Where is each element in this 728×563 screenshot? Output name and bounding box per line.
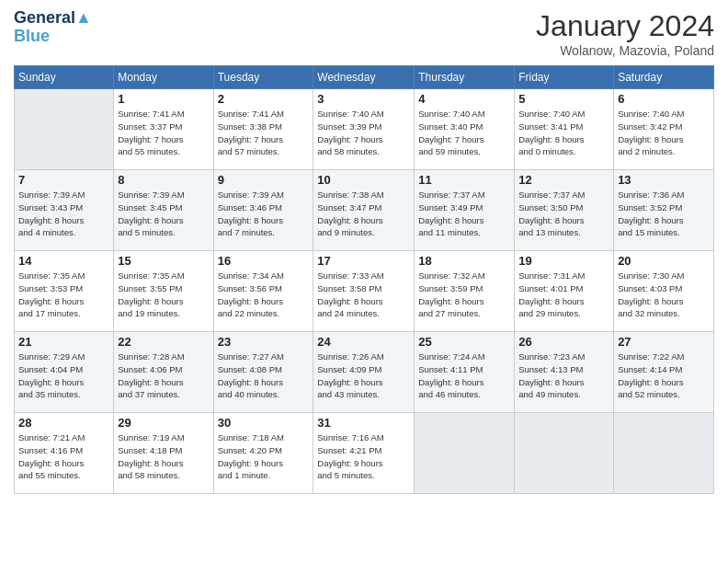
day-info: Sunrise: 7:39 AMSunset: 3:43 PMDaylight:… <box>18 189 109 239</box>
calendar-cell: 1Sunrise: 7:41 AMSunset: 3:37 PMDaylight… <box>114 89 213 170</box>
day-number: 26 <box>518 335 609 349</box>
logo-blue: Blue <box>14 28 92 44</box>
calendar-cell: 25Sunrise: 7:24 AMSunset: 4:11 PMDayligh… <box>415 332 515 413</box>
day-info: Sunrise: 7:22 AMSunset: 4:14 PMDaylight:… <box>618 350 710 401</box>
calendar-cell: 11Sunrise: 7:37 AMSunset: 3:49 PMDayligh… <box>415 170 515 251</box>
day-number: 2 <box>218 92 310 106</box>
day-number: 12 <box>518 173 609 187</box>
day-number: 18 <box>418 254 510 268</box>
day-header-tuesday: Tuesday <box>213 66 313 89</box>
calendar-cell: 31Sunrise: 7:16 AMSunset: 4:21 PMDayligh… <box>313 413 415 494</box>
day-info: Sunrise: 7:23 AMSunset: 4:13 PMDaylight:… <box>518 350 609 401</box>
month-title: January 2024 <box>536 9 714 43</box>
day-number: 9 <box>218 173 310 187</box>
title-section: January 2024 Wolanow, Mazovia, Poland <box>536 9 714 58</box>
day-number: 17 <box>317 254 410 268</box>
calendar-cell: 12Sunrise: 7:37 AMSunset: 3:50 PMDayligh… <box>515 170 614 251</box>
day-number: 11 <box>418 173 510 187</box>
calendar-cell <box>614 413 714 494</box>
calendar-cell: 14Sunrise: 7:35 AMSunset: 3:53 PMDayligh… <box>15 251 114 332</box>
day-header-sunday: Sunday <box>15 66 114 89</box>
day-number: 28 <box>18 416 109 430</box>
day-number: 25 <box>418 335 510 349</box>
day-header-saturday: Saturday <box>614 66 714 89</box>
calendar-cell <box>515 413 614 494</box>
day-info: Sunrise: 7:21 AMSunset: 4:16 PMDaylight:… <box>18 431 109 482</box>
day-number: 6 <box>618 92 710 106</box>
day-info: Sunrise: 7:26 AMSunset: 4:09 PMDaylight:… <box>317 350 410 401</box>
day-info: Sunrise: 7:35 AMSunset: 3:55 PMDaylight:… <box>118 270 209 320</box>
day-number: 13 <box>618 173 710 187</box>
day-number: 5 <box>518 92 609 106</box>
day-info: Sunrise: 7:37 AMSunset: 3:50 PMDaylight:… <box>518 189 609 239</box>
day-info: Sunrise: 7:40 AMSunset: 3:39 PMDaylight:… <box>317 108 410 158</box>
day-info: Sunrise: 7:27 AMSunset: 4:08 PMDaylight:… <box>218 350 310 401</box>
day-number: 19 <box>518 254 609 268</box>
day-info: Sunrise: 7:36 AMSunset: 3:52 PMDaylight:… <box>618 189 710 239</box>
calendar-header: SundayMondayTuesdayWednesdayThursdayFrid… <box>15 66 714 89</box>
day-info: Sunrise: 7:41 AMSunset: 3:37 PMDaylight:… <box>118 108 209 158</box>
day-info: Sunrise: 7:29 AMSunset: 4:04 PMDaylight:… <box>18 350 109 401</box>
day-number: 29 <box>118 416 209 430</box>
calendar-cell: 26Sunrise: 7:23 AMSunset: 4:13 PMDayligh… <box>515 332 614 413</box>
calendar-cell: 29Sunrise: 7:19 AMSunset: 4:18 PMDayligh… <box>114 413 213 494</box>
day-number: 21 <box>18 335 109 349</box>
day-info: Sunrise: 7:40 AMSunset: 3:42 PMDaylight:… <box>618 108 710 158</box>
calendar-cell: 18Sunrise: 7:32 AMSunset: 3:59 PMDayligh… <box>415 251 515 332</box>
calendar-cell: 2Sunrise: 7:41 AMSunset: 3:38 PMDaylight… <box>213 89 313 170</box>
day-info: Sunrise: 7:40 AMSunset: 3:40 PMDaylight:… <box>418 108 510 158</box>
day-number: 30 <box>218 416 310 430</box>
day-header-friday: Friday <box>515 66 614 89</box>
calendar: SundayMondayTuesdayWednesdayThursdayFrid… <box>14 65 714 494</box>
calendar-cell: 3Sunrise: 7:40 AMSunset: 3:39 PMDaylight… <box>313 89 415 170</box>
day-info: Sunrise: 7:24 AMSunset: 4:11 PMDaylight:… <box>418 350 510 401</box>
day-number: 23 <box>218 335 310 349</box>
day-header-monday: Monday <box>114 66 213 89</box>
day-number: 24 <box>317 335 410 349</box>
calendar-cell: 21Sunrise: 7:29 AMSunset: 4:04 PMDayligh… <box>15 332 114 413</box>
calendar-cell: 22Sunrise: 7:28 AMSunset: 4:06 PMDayligh… <box>114 332 213 413</box>
day-number: 31 <box>317 416 410 430</box>
calendar-cell: 19Sunrise: 7:31 AMSunset: 4:01 PMDayligh… <box>515 251 614 332</box>
calendar-cell: 7Sunrise: 7:39 AMSunset: 3:43 PMDaylight… <box>15 170 114 251</box>
logo-text: General▲ <box>14 9 92 28</box>
day-number: 1 <box>118 92 209 106</box>
day-info: Sunrise: 7:39 AMSunset: 3:46 PMDaylight:… <box>218 189 310 239</box>
day-info: Sunrise: 7:35 AMSunset: 3:53 PMDaylight:… <box>18 270 109 320</box>
day-info: Sunrise: 7:37 AMSunset: 3:49 PMDaylight:… <box>418 189 510 239</box>
header: General▲ Blue January 2024 Wolanow, Mazo… <box>14 9 714 58</box>
calendar-cell: 16Sunrise: 7:34 AMSunset: 3:56 PMDayligh… <box>213 251 313 332</box>
day-info: Sunrise: 7:19 AMSunset: 4:18 PMDaylight:… <box>118 431 209 482</box>
calendar-cell: 8Sunrise: 7:39 AMSunset: 3:45 PMDaylight… <box>114 170 213 251</box>
day-info: Sunrise: 7:34 AMSunset: 3:56 PMDaylight:… <box>218 270 310 320</box>
calendar-cell <box>415 413 515 494</box>
day-number: 10 <box>317 173 410 187</box>
calendar-cell: 10Sunrise: 7:38 AMSunset: 3:47 PMDayligh… <box>313 170 415 251</box>
calendar-cell: 24Sunrise: 7:26 AMSunset: 4:09 PMDayligh… <box>313 332 415 413</box>
calendar-cell: 28Sunrise: 7:21 AMSunset: 4:16 PMDayligh… <box>15 413 114 494</box>
calendar-cell: 5Sunrise: 7:40 AMSunset: 3:41 PMDaylight… <box>515 89 614 170</box>
day-info: Sunrise: 7:28 AMSunset: 4:06 PMDaylight:… <box>118 350 209 401</box>
day-number: 7 <box>18 173 109 187</box>
day-info: Sunrise: 7:41 AMSunset: 3:38 PMDaylight:… <box>218 108 310 158</box>
calendar-cell: 20Sunrise: 7:30 AMSunset: 4:03 PMDayligh… <box>614 251 714 332</box>
calendar-cell: 27Sunrise: 7:22 AMSunset: 4:14 PMDayligh… <box>614 332 714 413</box>
calendar-cell: 6Sunrise: 7:40 AMSunset: 3:42 PMDaylight… <box>614 89 714 170</box>
day-info: Sunrise: 7:32 AMSunset: 3:59 PMDaylight:… <box>418 270 510 320</box>
day-info: Sunrise: 7:40 AMSunset: 3:41 PMDaylight:… <box>518 108 609 158</box>
day-info: Sunrise: 7:16 AMSunset: 4:21 PMDaylight:… <box>317 431 410 482</box>
day-number: 8 <box>118 173 209 187</box>
calendar-cell: 13Sunrise: 7:36 AMSunset: 3:52 PMDayligh… <box>614 170 714 251</box>
calendar-cell <box>15 89 114 170</box>
day-number: 14 <box>18 254 109 268</box>
calendar-cell: 30Sunrise: 7:18 AMSunset: 4:20 PMDayligh… <box>213 413 313 494</box>
day-number: 22 <box>118 335 209 349</box>
day-info: Sunrise: 7:30 AMSunset: 4:03 PMDaylight:… <box>618 270 710 320</box>
day-number: 20 <box>618 254 710 268</box>
day-info: Sunrise: 7:31 AMSunset: 4:01 PMDaylight:… <box>518 270 609 320</box>
day-number: 27 <box>618 335 710 349</box>
day-info: Sunrise: 7:18 AMSunset: 4:20 PMDaylight:… <box>218 431 310 482</box>
calendar-cell: 17Sunrise: 7:33 AMSunset: 3:58 PMDayligh… <box>313 251 415 332</box>
location: Wolanow, Mazovia, Poland <box>536 43 714 58</box>
day-number: 4 <box>418 92 510 106</box>
